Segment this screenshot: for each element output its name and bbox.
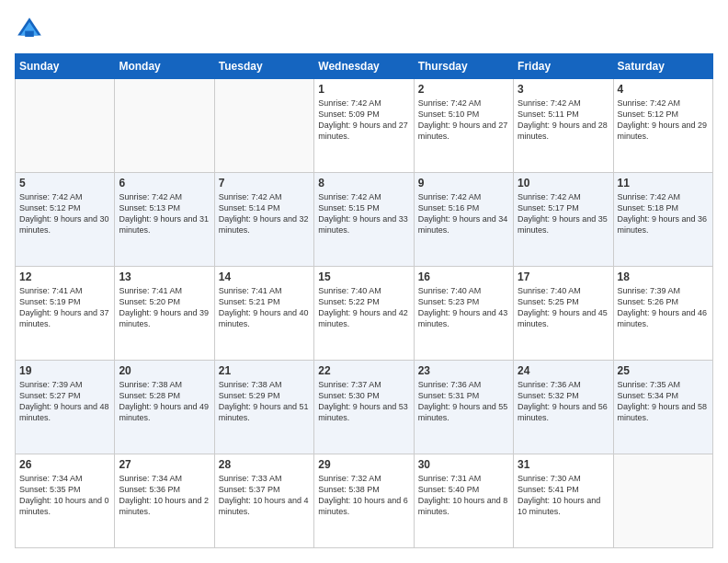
calendar-cell: 15 Sunrise: 7:40 AMSunset: 5:22 PMDaylig… xyxy=(314,267,414,361)
day-number: 20 xyxy=(119,364,210,377)
calendar-cell xyxy=(115,79,214,173)
calendar-cell: 14 Sunrise: 7:41 AMSunset: 5:21 PMDaylig… xyxy=(214,267,313,361)
cell-info: Sunrise: 7:40 AMSunset: 5:23 PMDaylight:… xyxy=(418,285,509,330)
cell-info: Sunrise: 7:38 AMSunset: 5:28 PMDaylight:… xyxy=(119,379,210,424)
cell-info: Sunrise: 7:41 AMSunset: 5:20 PMDaylight:… xyxy=(119,285,210,330)
calendar-cell: 10 Sunrise: 7:42 AMSunset: 5:17 PMDaylig… xyxy=(514,173,613,267)
cell-info: Sunrise: 7:40 AMSunset: 5:22 PMDaylight:… xyxy=(318,285,409,330)
svg-rect-2 xyxy=(25,31,34,37)
col-header-friday: Friday xyxy=(514,54,613,79)
calendar-cell: 19 Sunrise: 7:39 AMSunset: 5:27 PMDaylig… xyxy=(16,361,115,454)
day-number: 6 xyxy=(119,177,210,190)
col-header-wednesday: Wednesday xyxy=(314,54,414,79)
day-number: 8 xyxy=(318,177,409,190)
cell-info: Sunrise: 7:42 AMSunset: 5:18 PMDaylight:… xyxy=(618,191,709,236)
day-number: 7 xyxy=(219,177,310,190)
col-header-sunday: Sunday xyxy=(16,54,115,79)
day-number: 14 xyxy=(219,270,310,283)
day-number: 3 xyxy=(518,83,609,96)
cell-info: Sunrise: 7:36 AMSunset: 5:32 PMDaylight:… xyxy=(518,379,609,424)
cell-info: Sunrise: 7:39 AMSunset: 5:26 PMDaylight:… xyxy=(618,285,709,330)
calendar-cell: 13 Sunrise: 7:41 AMSunset: 5:20 PMDaylig… xyxy=(115,267,214,361)
cell-info: Sunrise: 7:38 AMSunset: 5:29 PMDaylight:… xyxy=(219,379,310,424)
page: SundayMondayTuesdayWednesdayThursdayFrid… xyxy=(0,0,728,563)
day-number: 31 xyxy=(518,458,609,471)
calendar-cell: 9 Sunrise: 7:42 AMSunset: 5:16 PMDayligh… xyxy=(414,173,513,267)
calendar-cell: 18 Sunrise: 7:39 AMSunset: 5:26 PMDaylig… xyxy=(613,267,712,361)
col-header-thursday: Thursday xyxy=(414,54,513,79)
calendar-cell: 11 Sunrise: 7:42 AMSunset: 5:18 PMDaylig… xyxy=(613,173,712,267)
cell-info: Sunrise: 7:34 AMSunset: 5:35 PMDaylight:… xyxy=(19,473,110,518)
day-number: 30 xyxy=(418,458,509,471)
calendar-cell: 25 Sunrise: 7:35 AMSunset: 5:34 PMDaylig… xyxy=(613,361,712,454)
day-number: 29 xyxy=(318,458,409,471)
calendar-cell: 27 Sunrise: 7:34 AMSunset: 5:36 PMDaylig… xyxy=(115,454,214,548)
calendar-cell: 20 Sunrise: 7:38 AMSunset: 5:28 PMDaylig… xyxy=(115,361,214,454)
calendar-cell: 8 Sunrise: 7:42 AMSunset: 5:15 PMDayligh… xyxy=(314,173,414,267)
calendar-cell: 16 Sunrise: 7:40 AMSunset: 5:23 PMDaylig… xyxy=(414,267,513,361)
day-number: 25 xyxy=(618,364,709,377)
cell-info: Sunrise: 7:41 AMSunset: 5:21 PMDaylight:… xyxy=(219,285,310,330)
cell-info: Sunrise: 7:42 AMSunset: 5:10 PMDaylight:… xyxy=(418,98,509,143)
day-number: 2 xyxy=(418,83,509,96)
calendar-cell: 26 Sunrise: 7:34 AMSunset: 5:35 PMDaylig… xyxy=(16,454,115,548)
cell-info: Sunrise: 7:37 AMSunset: 5:30 PMDaylight:… xyxy=(318,379,409,424)
cell-info: Sunrise: 7:32 AMSunset: 5:38 PMDaylight:… xyxy=(318,473,409,518)
calendar-cell: 28 Sunrise: 7:33 AMSunset: 5:37 PMDaylig… xyxy=(214,454,313,548)
header xyxy=(15,15,713,44)
calendar-cell: 21 Sunrise: 7:38 AMSunset: 5:29 PMDaylig… xyxy=(214,361,313,454)
day-number: 1 xyxy=(318,83,409,96)
day-number: 19 xyxy=(19,364,110,377)
calendar-cell: 3 Sunrise: 7:42 AMSunset: 5:11 PMDayligh… xyxy=(514,79,613,173)
calendar-cell xyxy=(214,79,313,173)
day-number: 28 xyxy=(219,458,310,471)
cell-info: Sunrise: 7:33 AMSunset: 5:37 PMDaylight:… xyxy=(219,473,310,518)
calendar-cell: 31 Sunrise: 7:30 AMSunset: 5:41 PMDaylig… xyxy=(514,454,613,548)
calendar-week-4: 19 Sunrise: 7:39 AMSunset: 5:27 PMDaylig… xyxy=(16,361,713,454)
logo-icon xyxy=(15,15,44,44)
calendar-cell: 24 Sunrise: 7:36 AMSunset: 5:32 PMDaylig… xyxy=(514,361,613,454)
cell-info: Sunrise: 7:42 AMSunset: 5:14 PMDaylight:… xyxy=(219,191,310,236)
cell-info: Sunrise: 7:42 AMSunset: 5:11 PMDaylight:… xyxy=(518,98,609,143)
day-number: 22 xyxy=(318,364,409,377)
calendar-cell: 30 Sunrise: 7:31 AMSunset: 5:40 PMDaylig… xyxy=(414,454,513,548)
day-number: 4 xyxy=(618,83,709,96)
cell-info: Sunrise: 7:35 AMSunset: 5:34 PMDaylight:… xyxy=(618,379,709,424)
calendar-cell: 22 Sunrise: 7:37 AMSunset: 5:30 PMDaylig… xyxy=(314,361,414,454)
day-number: 24 xyxy=(518,364,609,377)
calendar-table: SundayMondayTuesdayWednesdayThursdayFrid… xyxy=(15,53,713,548)
day-number: 16 xyxy=(418,270,509,283)
cell-info: Sunrise: 7:31 AMSunset: 5:40 PMDaylight:… xyxy=(418,473,509,518)
cell-info: Sunrise: 7:36 AMSunset: 5:31 PMDaylight:… xyxy=(418,379,509,424)
cell-info: Sunrise: 7:42 AMSunset: 5:12 PMDaylight:… xyxy=(19,191,110,236)
cell-info: Sunrise: 7:42 AMSunset: 5:13 PMDaylight:… xyxy=(119,191,210,236)
day-number: 15 xyxy=(318,270,409,283)
header-row: SundayMondayTuesdayWednesdayThursdayFrid… xyxy=(16,54,713,79)
day-number: 11 xyxy=(618,177,709,190)
day-number: 9 xyxy=(418,177,509,190)
day-number: 27 xyxy=(119,458,210,471)
cell-info: Sunrise: 7:41 AMSunset: 5:19 PMDaylight:… xyxy=(19,285,110,330)
calendar-week-3: 12 Sunrise: 7:41 AMSunset: 5:19 PMDaylig… xyxy=(16,267,713,361)
calendar-cell: 4 Sunrise: 7:42 AMSunset: 5:12 PMDayligh… xyxy=(613,79,712,173)
day-number: 17 xyxy=(518,270,609,283)
day-number: 23 xyxy=(418,364,509,377)
calendar-cell: 1 Sunrise: 7:42 AMSunset: 5:09 PMDayligh… xyxy=(314,79,414,173)
day-number: 5 xyxy=(19,177,110,190)
calendar-cell: 17 Sunrise: 7:40 AMSunset: 5:25 PMDaylig… xyxy=(514,267,613,361)
cell-info: Sunrise: 7:42 AMSunset: 5:17 PMDaylight:… xyxy=(518,191,609,236)
calendar-cell: 12 Sunrise: 7:41 AMSunset: 5:19 PMDaylig… xyxy=(16,267,115,361)
calendar-cell xyxy=(16,79,115,173)
calendar-cell: 23 Sunrise: 7:36 AMSunset: 5:31 PMDaylig… xyxy=(414,361,513,454)
calendar-cell: 29 Sunrise: 7:32 AMSunset: 5:38 PMDaylig… xyxy=(314,454,414,548)
cell-info: Sunrise: 7:42 AMSunset: 5:12 PMDaylight:… xyxy=(618,98,709,143)
calendar-week-2: 5 Sunrise: 7:42 AMSunset: 5:12 PMDayligh… xyxy=(16,173,713,267)
day-number: 18 xyxy=(618,270,709,283)
day-number: 26 xyxy=(19,458,110,471)
cell-info: Sunrise: 7:34 AMSunset: 5:36 PMDaylight:… xyxy=(119,473,210,518)
day-number: 13 xyxy=(119,270,210,283)
calendar-cell: 7 Sunrise: 7:42 AMSunset: 5:14 PMDayligh… xyxy=(214,173,313,267)
day-number: 21 xyxy=(219,364,310,377)
cell-info: Sunrise: 7:39 AMSunset: 5:27 PMDaylight:… xyxy=(19,379,110,424)
cell-info: Sunrise: 7:42 AMSunset: 5:15 PMDaylight:… xyxy=(318,191,409,236)
